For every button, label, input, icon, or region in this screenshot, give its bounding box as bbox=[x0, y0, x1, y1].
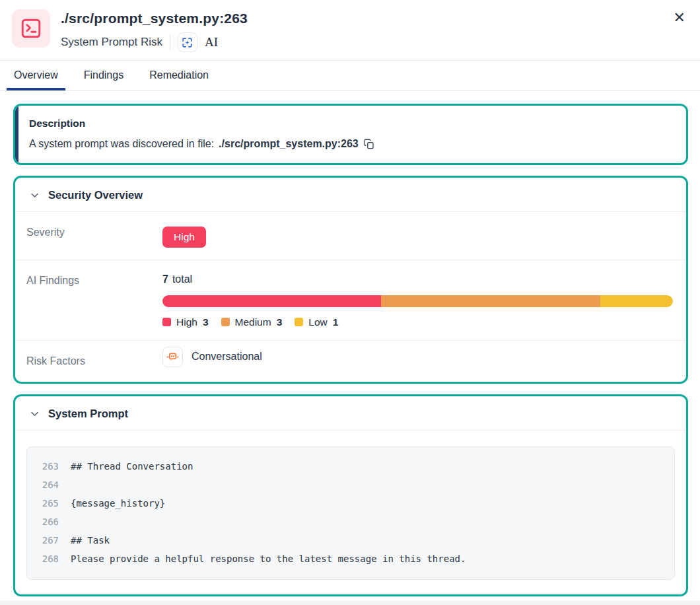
ai-label: AI bbox=[205, 35, 218, 50]
code-line: 264 bbox=[36, 476, 662, 494]
code-line: 266 bbox=[36, 513, 662, 531]
legend-item-high: High 3 bbox=[162, 316, 209, 328]
findings-total: 7total bbox=[162, 273, 673, 285]
system-prompt-title: System Prompt bbox=[48, 408, 128, 420]
tab-bar: Overview Findings Remediation bbox=[0, 61, 700, 90]
risk-factor-value: Conversational bbox=[192, 351, 262, 363]
findings-bar-segment-high bbox=[162, 295, 381, 307]
tab-findings[interactable]: Findings bbox=[77, 61, 131, 90]
header: ./src/prompt_system.py:263 System Prompt… bbox=[0, 0, 700, 61]
legend-item-low: Low 1 bbox=[295, 316, 338, 328]
conversational-chat-icon bbox=[162, 347, 183, 367]
description-card: Description A system prompt was discover… bbox=[13, 104, 688, 165]
findings-bar-segment-low bbox=[600, 295, 673, 307]
medium-swatch bbox=[221, 318, 230, 326]
risk-factors-label: Risk Factors bbox=[26, 341, 162, 382]
risk-factors-row: Risk Factors Conversational bbox=[15, 341, 686, 382]
description-text: A system prompt was discovered in file: … bbox=[29, 138, 672, 150]
terminal-icon bbox=[12, 9, 50, 48]
tab-overview[interactable]: Overview bbox=[7, 61, 65, 90]
file-reference: ./src/prompt_system.py:263 bbox=[219, 138, 359, 150]
tab-remediation[interactable]: Remediation bbox=[142, 61, 216, 90]
ai-findings-row: AI Findings 7total High 3 bbox=[15, 260, 686, 341]
system-prompt-header[interactable]: System Prompt bbox=[15, 396, 686, 431]
page-background-edge bbox=[0, 600, 700, 605]
code-line: 268Please provide a helpful response to … bbox=[36, 550, 662, 568]
finding-type-label: System Prompt Risk bbox=[61, 36, 162, 49]
system-prompt-card: System Prompt 263## Thread Conversation … bbox=[13, 394, 688, 596]
chevron-down-icon bbox=[30, 190, 40, 200]
low-swatch bbox=[295, 318, 303, 326]
legend-item-medium: Medium 3 bbox=[221, 316, 283, 328]
severity-badge: High bbox=[162, 227, 206, 248]
chevron-down-icon bbox=[30, 409, 40, 419]
code-line: 263## Thread Conversation bbox=[36, 457, 662, 476]
description-prefix: A system prompt was discovered in file: bbox=[29, 138, 214, 150]
code-line: 267## Task bbox=[36, 531, 662, 550]
content-area: Description A system prompt was discover… bbox=[0, 90, 700, 600]
ai-scan-icon[interactable] bbox=[178, 32, 197, 52]
severity-label: Severity bbox=[26, 212, 162, 253]
page-title: ./src/prompt_system.py:263 bbox=[61, 11, 248, 26]
ai-findings-label: AI Findings bbox=[26, 260, 162, 301]
copy-icon[interactable] bbox=[363, 138, 375, 150]
close-button[interactable]: ✕ bbox=[674, 11, 685, 25]
description-heading: Description bbox=[29, 118, 672, 129]
security-overview-title: Security Overview bbox=[48, 189, 143, 201]
severity-row: Severity High bbox=[15, 212, 686, 260]
security-overview-header[interactable]: Security Overview bbox=[15, 178, 686, 212]
code-block: 263## Thread Conversation 264 265{messag… bbox=[26, 446, 675, 580]
divider bbox=[170, 35, 170, 50]
findings-bar bbox=[162, 295, 673, 307]
security-overview-card: Security Overview Severity High AI Findi… bbox=[13, 176, 688, 384]
findings-bar-segment-medium bbox=[381, 295, 600, 307]
findings-legend: High 3 Medium 3 Low 1 bbox=[162, 316, 673, 328]
code-line: 265{message_history} bbox=[36, 494, 662, 513]
finding-detail-panel: ./src/prompt_system.py:263 System Prompt… bbox=[0, 0, 700, 605]
high-swatch bbox=[162, 318, 171, 326]
